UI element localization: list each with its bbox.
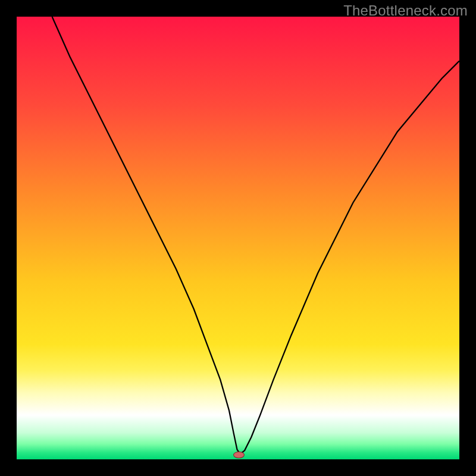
chart-frame: TheBottleneck.com bbox=[0, 0, 476, 476]
plot-area bbox=[17, 17, 459, 459]
plot-svg bbox=[17, 17, 459, 459]
watermark-text: TheBottleneck.com bbox=[343, 2, 468, 19]
optimal-point-marker bbox=[234, 452, 245, 458]
